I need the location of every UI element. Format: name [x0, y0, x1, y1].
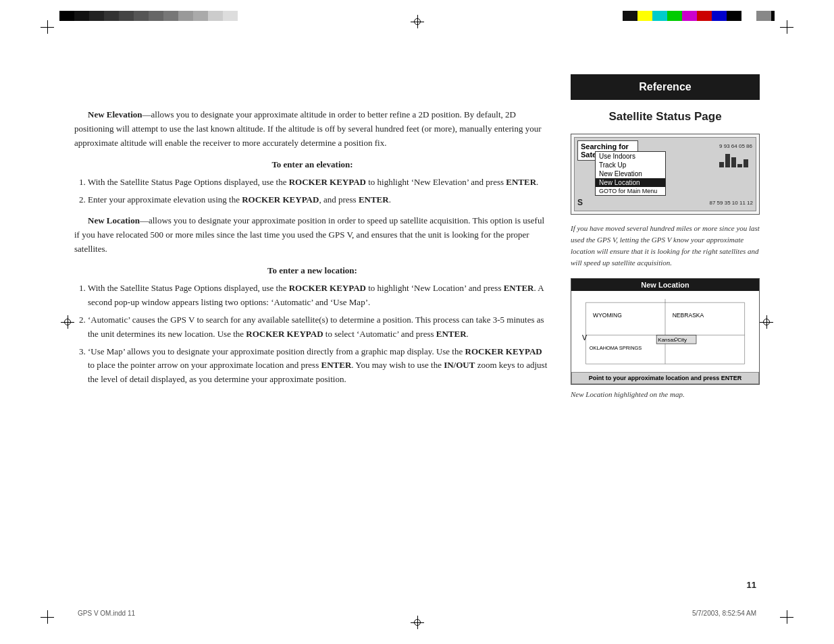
new-location-step-3: ‘Use Map’ allows you to designate your a…	[88, 345, 550, 387]
step2-3-inout: IN/OUT	[444, 360, 475, 370]
sat-bar-5	[744, 159, 748, 167]
step2-3-bold: ROCKER KEYPAD	[465, 346, 542, 356]
center-bottom-crosshair	[411, 616, 424, 629]
right-column: Reference Satellite Status Page Searchin…	[571, 41, 760, 603]
sat-bar-2	[725, 154, 730, 167]
sat-bar-4	[737, 164, 742, 167]
heading-enter-new-location: To enter a new location:	[74, 265, 550, 276]
left-color-bar	[59, 11, 238, 21]
sat-menu-new-location: New Location	[596, 178, 665, 187]
elevation-steps: With the Satellite Status Page Options d…	[88, 176, 550, 207]
reference-header: Reference	[571, 74, 760, 100]
top-left-registration	[41, 20, 54, 34]
map-box-title: New Location	[571, 279, 759, 291]
main-content: New Elevation—allows you to designate yo…	[74, 41, 760, 603]
new-location-step-2: ‘Automatic’ causes the GPS V to search f…	[88, 313, 550, 342]
sat-signal-bars: 9 93 64 05 86	[719, 143, 752, 167]
satellite-screenshot-box: Searching forSatellites Use Indoors Trac…	[571, 134, 760, 215]
step1-2-end: , and press	[319, 194, 359, 205]
svg-text:NEBRASKA: NEBRASKA	[673, 312, 704, 319]
new-elevation-text: —allows you to designate your approximat…	[74, 109, 541, 148]
satellite-screenshot-inner: Searching forSatellites Use Indoors Trac…	[574, 137, 756, 211]
sat-bar-1	[719, 162, 724, 167]
middle-left-crosshair	[61, 315, 74, 329]
new-location-bold: New Location	[88, 215, 140, 225]
section-title: Satellite Status Page	[571, 110, 760, 124]
step1-2-text: Enter your approximate elevation using t…	[88, 194, 242, 205]
map-caption-text: Point to your approximate location and p…	[575, 375, 756, 381]
step2-2-bold: ROCKER KEYPAD	[246, 329, 323, 339]
left-column: New Elevation—allows you to designate yo…	[74, 41, 550, 603]
step2-3-extra: . You may wish to use the	[351, 360, 444, 370]
step2-3-end: to place the pointer arrow on your appro…	[88, 360, 321, 370]
right-color-bar	[623, 11, 775, 21]
map-svg: V WYOMING NEBRASKA Kansas City OKLAHOMA …	[571, 291, 759, 372]
map-content: V WYOMING NEBRASKA Kansas City OKLAHOMA …	[571, 291, 759, 372]
sat-menu-new-elevation: New Elevation	[596, 169, 665, 178]
elevation-step-2: Enter your approximate elevation using t…	[88, 193, 550, 207]
page-number: 11	[747, 580, 756, 590]
sidebar-note: If you have moved several hundred miles …	[571, 223, 760, 269]
bottom-left-registration	[41, 610, 54, 624]
top-right-registration	[780, 20, 793, 34]
step2-1-bold: ROCKER KEYPAD	[289, 283, 366, 293]
new-location-step-1: With the Satellite Status Page Options d…	[88, 281, 550, 310]
sat-menu-goto: GOTO for Main Menu	[596, 187, 665, 195]
sat-bottom-row: S 87 59 35 10 11 12	[577, 198, 753, 207]
step1-1-text: With the Satellite Status Page Options d…	[88, 177, 289, 187]
step1-1-end: to highlight ‘New Elevation’ and press	[366, 177, 506, 187]
sat-popup-menu: Use Indoors Track Up New Elevation New L…	[595, 151, 666, 196]
footer-left: GPS V OM.indd 11	[78, 610, 135, 617]
map-footer-note: New Location highlighted on the map.	[571, 390, 760, 398]
footer-right: 5/7/2003, 8:52:54 AM	[692, 610, 756, 617]
svg-point-11	[675, 338, 677, 341]
svg-text:WYOMING: WYOMING	[593, 312, 622, 319]
para-new-elevation: New Elevation—allows you to designate yo…	[74, 108, 550, 150]
new-elevation-bold: New Elevation	[88, 109, 142, 119]
center-top-crosshair	[411, 15, 424, 28]
step2-1-text: With the Satellite Status Page Options d…	[88, 283, 289, 293]
heading-enter-elevation: To enter an elevation:	[74, 159, 550, 170]
step1-1-bold: ROCKER KEYPAD	[289, 177, 366, 187]
middle-right-crosshair	[760, 315, 773, 329]
svg-text:V: V	[582, 333, 588, 342]
step2-2-end: to select ‘Automatic’ and press	[323, 329, 436, 339]
svg-text:OKLAHOMA SPRINGS: OKLAHOMA SPRINGS	[590, 345, 642, 351]
svg-text:Kansas City: Kansas City	[658, 337, 687, 343]
page-container: New Elevation—allows you to designate yo…	[0, 0, 834, 644]
sat-bar-3	[731, 157, 736, 167]
step2-2-enter: ENTER	[436, 329, 467, 339]
sat-menu-use-indoors: Use Indoors	[596, 152, 665, 161]
elevation-step-1: With the Satellite Status Page Options d…	[88, 176, 550, 190]
new-location-steps: With the Satellite Status Page Options d…	[88, 281, 550, 387]
step2-3-enter: ENTER	[321, 360, 351, 370]
step2-1-end: to highlight ‘New Location’ and press	[366, 283, 504, 293]
bottom-right-registration	[780, 610, 793, 624]
step2-3-text: ‘Use Map’ allows you to designate your a…	[88, 346, 465, 356]
sat-bar-nums-top: 9 93 64 05 86	[719, 143, 752, 149]
step1-1-enter: ENTER	[506, 177, 536, 187]
new-location-map-box: New Location V WYOMING	[571, 278, 760, 385]
para-new-location: New Location—allows you to designate you…	[74, 214, 550, 256]
map-caption-box: Point to your approximate location and p…	[571, 372, 759, 384]
sat-s-label: S	[577, 198, 583, 207]
sat-bottom-nums: 87 59 35 10 11 12	[709, 200, 753, 206]
step2-1-enter: ENTER	[504, 283, 534, 293]
sat-menu-track-up: Track Up	[596, 161, 665, 169]
step1-2-bold: ROCKER KEYPAD	[242, 194, 319, 205]
step1-2-enter: ENTER	[359, 194, 389, 205]
new-location-text: —allows you to designate your approximat…	[74, 215, 544, 254]
sat-bars-row	[719, 151, 752, 167]
